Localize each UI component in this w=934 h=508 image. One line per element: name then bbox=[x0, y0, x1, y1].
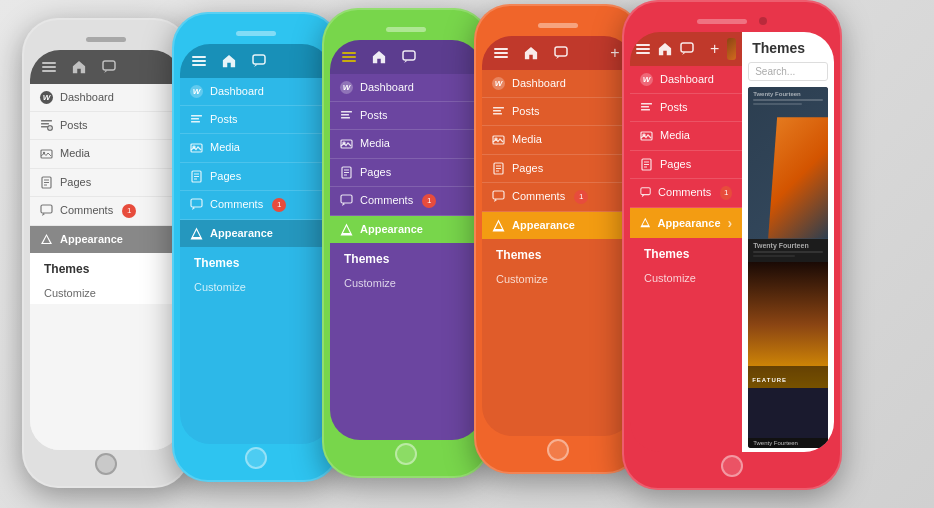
speaker-blue bbox=[236, 31, 276, 36]
comment-icon-orange[interactable] bbox=[550, 42, 572, 64]
menu-media-green[interactable]: Media bbox=[330, 130, 482, 158]
speaker-green bbox=[386, 27, 426, 32]
home-button-green[interactable] bbox=[395, 443, 417, 465]
menu-posts-blue[interactable]: Posts bbox=[180, 106, 332, 134]
theme-header-img: Twenty Fourteen bbox=[748, 87, 828, 239]
menu-pages-green[interactable]: Pages bbox=[330, 159, 482, 187]
themes-subitem-green[interactable]: Themes bbox=[330, 243, 482, 270]
appearance-item-blue[interactable]: Appearance bbox=[180, 220, 332, 247]
home-icon-green[interactable] bbox=[368, 46, 390, 68]
hamburger-icon-green[interactable] bbox=[338, 46, 360, 68]
wp-logo-blue: W bbox=[190, 85, 203, 98]
comments-badge-white: 1 bbox=[122, 204, 136, 218]
camera-red bbox=[759, 17, 767, 25]
svg-rect-48 bbox=[641, 103, 652, 105]
menu-comments-blue[interactable]: Comments 1 bbox=[180, 191, 332, 220]
wp-logo-green: W bbox=[340, 81, 353, 94]
svg-rect-17 bbox=[191, 121, 200, 123]
customize-subitem-blue[interactable]: Customize bbox=[180, 274, 332, 298]
hamburger-icon-white[interactable] bbox=[38, 56, 60, 78]
comment-icon-green[interactable] bbox=[398, 46, 420, 68]
comments-badge-green: 1 bbox=[422, 194, 436, 208]
menu-pages-blue[interactable]: Pages bbox=[180, 163, 332, 191]
screen-blue: W Dashboard Posts Media Pages Comm bbox=[180, 44, 332, 444]
themes-panel-title: Themes bbox=[742, 32, 834, 60]
svg-rect-39 bbox=[493, 113, 502, 115]
appearance-item-white[interactable]: Appearance bbox=[30, 226, 182, 253]
svg-rect-15 bbox=[191, 115, 202, 117]
theme-card-twentyfourteen[interactable]: Twenty Fourteen Twenty Fourteen FEA bbox=[748, 87, 828, 448]
menu-dashboard-blue[interactable]: W Dashboard bbox=[180, 78, 332, 106]
svg-rect-26 bbox=[341, 111, 352, 113]
phone-top-green bbox=[330, 18, 482, 40]
customize-subitem-red[interactable]: Customize bbox=[630, 265, 742, 289]
phone-bottom-white bbox=[30, 450, 182, 478]
home-button-orange[interactable] bbox=[547, 439, 569, 461]
menu-dashboard-white[interactable]: W Dashboard bbox=[30, 84, 182, 112]
home-button-blue[interactable] bbox=[245, 447, 267, 469]
plus-icon-red[interactable]: + bbox=[710, 38, 719, 60]
customize-subitem-white[interactable]: Customize bbox=[30, 280, 182, 304]
phone-top-white bbox=[30, 28, 182, 50]
themes-subitem-orange[interactable]: Themes bbox=[482, 239, 634, 266]
menu-media-white[interactable]: Media bbox=[30, 140, 182, 168]
menu-dashboard-red[interactable]: W Dashboard bbox=[630, 66, 742, 94]
screen-orange: + W Dashboard Posts Media Pages bbox=[482, 36, 634, 436]
hamburger-icon-red[interactable] bbox=[636, 38, 650, 60]
menu-comments-white[interactable]: Comments 1 bbox=[30, 197, 182, 226]
comment-icon-blue[interactable] bbox=[248, 50, 270, 72]
theme-footer: Twenty Fourteen bbox=[748, 438, 828, 448]
themes-search-input[interactable]: Search... bbox=[748, 62, 828, 81]
hamburger-icon-blue[interactable] bbox=[188, 50, 210, 72]
hamburger-icon-orange[interactable] bbox=[490, 42, 512, 64]
svg-rect-37 bbox=[493, 107, 504, 109]
menu-pages-orange[interactable]: Pages bbox=[482, 155, 634, 183]
comments-badge-red: 1 bbox=[720, 186, 732, 200]
avatar-red[interactable] bbox=[727, 38, 736, 60]
menu-media-red[interactable]: Media bbox=[630, 122, 742, 150]
menu-dashboard-green[interactable]: W Dashboard bbox=[330, 74, 482, 102]
menu-pages-white[interactable]: Pages bbox=[30, 169, 182, 197]
theme-name-label: Twenty Fourteen bbox=[753, 242, 823, 249]
wp-logo-orange: W bbox=[492, 77, 505, 90]
home-icon-white[interactable] bbox=[68, 56, 90, 78]
customize-subitem-orange[interactable]: Customize bbox=[482, 266, 634, 290]
themes-subitem-blue[interactable]: Themes bbox=[180, 247, 332, 274]
toolbar-blue bbox=[180, 44, 332, 78]
left-panel-red: + W Dashboard Posts Media bbox=[630, 32, 742, 452]
home-icon-red[interactable] bbox=[658, 38, 672, 60]
menu-posts-orange[interactable]: Posts bbox=[482, 98, 634, 126]
menu-comments-orange[interactable]: Comments 1 bbox=[482, 183, 634, 212]
appearance-item-green[interactable]: Appearance bbox=[330, 216, 482, 243]
menu-dashboard-orange[interactable]: W Dashboard bbox=[482, 70, 634, 98]
toolbar-red: + bbox=[630, 32, 742, 66]
comment-icon-red[interactable] bbox=[680, 38, 694, 60]
sidebar-orange: W Dashboard Posts Media Pages Comm bbox=[482, 70, 634, 436]
phone-bottom-blue bbox=[180, 444, 332, 472]
svg-rect-38 bbox=[493, 110, 501, 112]
menu-posts-white[interactable]: Posts bbox=[30, 112, 182, 140]
svg-rect-35 bbox=[341, 195, 352, 203]
menu-comments-green[interactable]: Comments 1 bbox=[330, 187, 482, 216]
menu-posts-red[interactable]: Posts bbox=[630, 94, 742, 122]
svg-rect-13 bbox=[41, 205, 52, 213]
svg-rect-16 bbox=[191, 118, 199, 120]
menu-pages-red[interactable]: Pages bbox=[630, 151, 742, 179]
themes-subitem-red[interactable]: Themes bbox=[630, 238, 742, 265]
customize-subitem-green[interactable]: Customize bbox=[330, 270, 482, 294]
home-icon-blue[interactable] bbox=[218, 50, 240, 72]
phone-bottom-green bbox=[330, 440, 482, 468]
menu-posts-green[interactable]: Posts bbox=[330, 102, 482, 130]
appearance-item-red[interactable]: Appearance › bbox=[630, 208, 742, 238]
appearance-item-orange[interactable]: Appearance bbox=[482, 212, 634, 239]
menu-media-orange[interactable]: Media bbox=[482, 126, 634, 154]
arrow-right-red: › bbox=[728, 215, 733, 231]
home-icon-orange[interactable] bbox=[520, 42, 542, 64]
themes-subitem-white[interactable]: Themes bbox=[30, 253, 182, 280]
sidebar-white: W Dashboard Posts Media Pages Comm bbox=[30, 84, 182, 450]
comment-icon-white[interactable] bbox=[98, 56, 120, 78]
menu-media-blue[interactable]: Media bbox=[180, 134, 332, 162]
home-button-white[interactable] bbox=[95, 453, 117, 475]
menu-comments-red[interactable]: Comments 1 bbox=[630, 179, 742, 208]
home-button-red[interactable] bbox=[721, 455, 743, 477]
